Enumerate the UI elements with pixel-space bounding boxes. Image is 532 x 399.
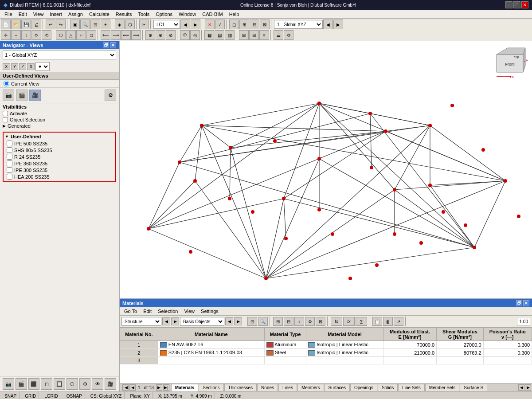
ud-cb-5[interactable] — [7, 174, 12, 180]
menu-tools[interactable]: Tools — [135, 11, 152, 17]
bp-tb-prev[interactable]: ◀ — [162, 317, 170, 325]
bp-tb-bo-next[interactable]: ▶ — [234, 317, 242, 325]
tb-check[interactable]: ✓ — [215, 20, 225, 29]
tb-view-next[interactable]: ▶ — [333, 20, 343, 29]
minimize-button[interactable]: ─ — [505, 1, 512, 8]
ud-cb-2[interactable] — [7, 154, 12, 160]
page-prev-btn[interactable]: ◀ — [129, 384, 136, 391]
axis-xy-btn[interactable]: X — [27, 63, 35, 70]
tb-zoom[interactable]: 🔍 — [80, 20, 90, 29]
bp-tb-filter[interactable]: ⊡ — [247, 317, 257, 326]
tb-zoom-in[interactable]: + — [101, 20, 110, 29]
ud-cb-4[interactable] — [7, 167, 12, 173]
object-selection-checkbox[interactable] — [3, 117, 8, 122]
tb2-18[interactable]: ◎ — [190, 30, 200, 40]
tb2-24[interactable]: ≡ — [259, 30, 269, 40]
nav-view-dropdown[interactable]: 1 - Global XYZ — [3, 51, 116, 59]
current-view-radio[interactable] — [4, 81, 9, 86]
tb2-21[interactable]: ▥ — [225, 30, 235, 40]
menu-assign[interactable]: Assign — [66, 11, 86, 17]
maximize-button[interactable]: □ — [513, 1, 520, 8]
bp-tb-next[interactable]: ▶ — [171, 317, 179, 325]
tb-zoom-all[interactable]: ⊡ — [90, 20, 100, 29]
tb2-20[interactable]: ▤ — [215, 30, 224, 40]
tb2-7[interactable]: △ — [66, 30, 76, 40]
axis-z-btn[interactable]: Z — [19, 63, 26, 70]
activate-checkbox[interactable] — [3, 111, 8, 116]
lb-btn-eye[interactable]: 👁 — [92, 378, 103, 390]
lb-btn-cam[interactable]: 🎥 — [105, 378, 116, 390]
bp-tb-8[interactable]: 📋 — [372, 317, 382, 326]
tab-materials[interactable]: Materials — [171, 384, 198, 391]
menu-options[interactable]: Options — [153, 11, 175, 17]
ud-cb-1[interactable] — [7, 147, 12, 153]
lb-btn-5[interactable]: 🔲 — [54, 378, 65, 390]
tb2-12[interactable]: ⟸ — [121, 30, 131, 40]
generated-expand-icon[interactable]: ▶ — [3, 124, 6, 128]
lb-btn-6[interactable]: ⬡ — [66, 378, 78, 390]
tab-openings[interactable]: Openings — [350, 384, 377, 391]
bp-tb-6[interactable]: ⚙ — [305, 317, 315, 326]
tb2-6[interactable]: ⬡ — [56, 30, 66, 40]
tb2-5[interactable]: ⟲ — [42, 30, 51, 40]
menu-edit[interactable]: Edit — [16, 11, 30, 17]
tb-save[interactable]: 💾 — [21, 20, 31, 29]
bp-tb-4[interactable]: ⊟ — [284, 317, 293, 326]
bp-tb-bo-prev[interactable]: ◀ — [225, 317, 233, 325]
bp-tb-fx2[interactable]: fx — [343, 317, 355, 326]
bp-tb-5[interactable]: ↕ — [294, 317, 304, 326]
cam-photo-btn[interactable]: 📷 — [3, 90, 14, 101]
lb-btn-3[interactable]: ⬛ — [28, 378, 40, 390]
tab-nav-right[interactable]: ▶ — [525, 384, 531, 391]
tb2-22[interactable]: ⊞ — [239, 30, 249, 40]
bp-tb-fx3[interactable]: ∑ — [356, 317, 367, 326]
menu-help[interactable]: Help — [227, 11, 242, 17]
tb-print[interactable]: 🖨 — [31, 20, 41, 29]
navigator-restore-btn[interactable]: 🗗 — [103, 42, 109, 48]
axis-x-btn[interactable]: X — [3, 63, 10, 70]
tab-surfaces[interactable]: Surfaces — [325, 384, 350, 391]
bp-tb-3[interactable]: ⊞ — [273, 317, 283, 326]
tb2-16[interactable]: ⊘ — [166, 30, 176, 40]
navigator-close-btn[interactable]: ✕ — [110, 42, 116, 48]
tb2-11[interactable]: ⟶ — [111, 30, 121, 40]
menu-view[interactable]: View — [31, 11, 47, 17]
menu-window[interactable]: Window — [176, 11, 199, 17]
tab-linesets[interactable]: Line Sets — [398, 384, 425, 391]
tb-new[interactable]: 📄 — [1, 20, 11, 29]
menu-calculate[interactable]: Calculate — [86, 11, 112, 17]
bp-tb-search[interactable]: 🔍 — [258, 317, 268, 326]
bp-menu-edit[interactable]: Edit — [141, 308, 154, 314]
tb2-4[interactable]: ⟳ — [31, 30, 41, 40]
tb-dim3[interactable]: ⊟ — [250, 20, 259, 29]
tab-sections[interactable]: Sections — [199, 384, 223, 391]
tb2-14[interactable]: ⊕ — [145, 30, 155, 40]
bp-close-btn[interactable]: ✕ — [523, 300, 529, 306]
bp-tb-9[interactable]: 🗑 — [383, 317, 393, 326]
view-dropdown[interactable]: 1 - Global XYZ — [274, 20, 323, 29]
tb2-2[interactable]: ↔ — [11, 30, 21, 40]
tb2-8[interactable]: ○ — [76, 30, 86, 40]
tb-select[interactable]: ▣ — [70, 20, 80, 29]
lc-dropdown[interactable]: LC1 — [153, 20, 180, 29]
tb-dim4[interactable]: ⊠ — [260, 20, 270, 29]
tb2-23[interactable]: ⊟ — [249, 30, 259, 40]
menu-insert[interactable]: Insert — [47, 11, 65, 17]
tb2-25[interactable]: ☰ — [274, 30, 283, 40]
tb2-1[interactable]: ✛ — [1, 30, 11, 40]
tb-view-prev[interactable]: ◀ — [323, 20, 333, 29]
basic-objects-dropdown[interactable]: Basic Objects — [180, 317, 224, 326]
bp-menu-settings[interactable]: Settings — [198, 308, 221, 314]
tb2-17[interactable]: ⦾ — [180, 30, 190, 40]
tb-x[interactable]: ✕ — [205, 20, 215, 29]
ud-cb-3[interactable] — [7, 160, 12, 166]
tb-dim2[interactable]: ⊞ — [239, 20, 249, 29]
bp-menu-selection[interactable]: Selection — [155, 308, 180, 314]
tb-wire[interactable]: ⬡ — [125, 20, 135, 29]
page-first-btn[interactable]: |◀ — [122, 384, 129, 391]
bp-restore-btn[interactable]: 🗗 — [516, 300, 522, 306]
ud-expand-icon[interactable]: ▼ — [5, 134, 9, 139]
tb-dim1[interactable]: ◻ — [229, 20, 239, 29]
tb-undo[interactable]: ↩ — [46, 20, 55, 29]
tab-nav-left[interactable]: ◀ — [518, 384, 524, 391]
